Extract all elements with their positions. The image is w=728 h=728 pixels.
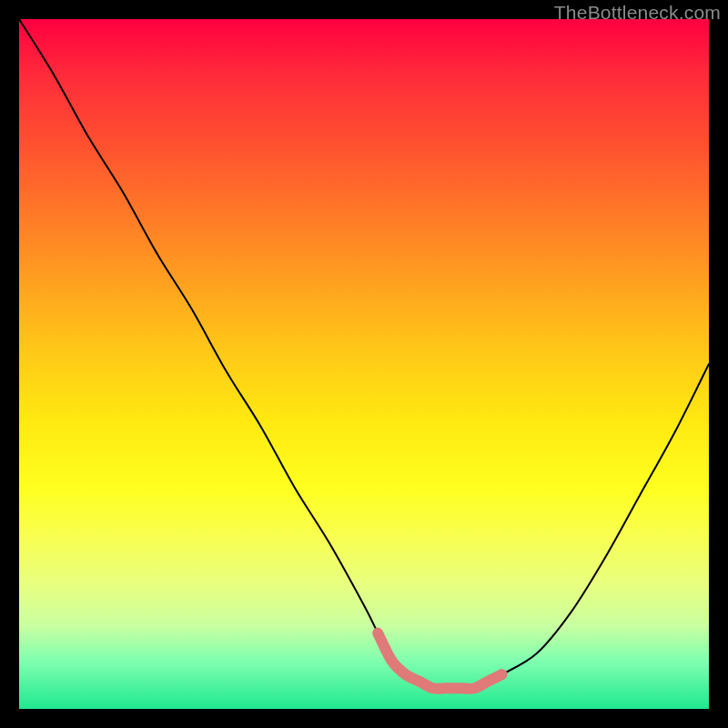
marker-segment [378, 633, 501, 689]
plot-area [19, 19, 709, 709]
bottleneck-curve-line [19, 19, 709, 689]
chart-svg [19, 19, 709, 709]
chart-frame: TheBottleneck.com [0, 0, 728, 728]
